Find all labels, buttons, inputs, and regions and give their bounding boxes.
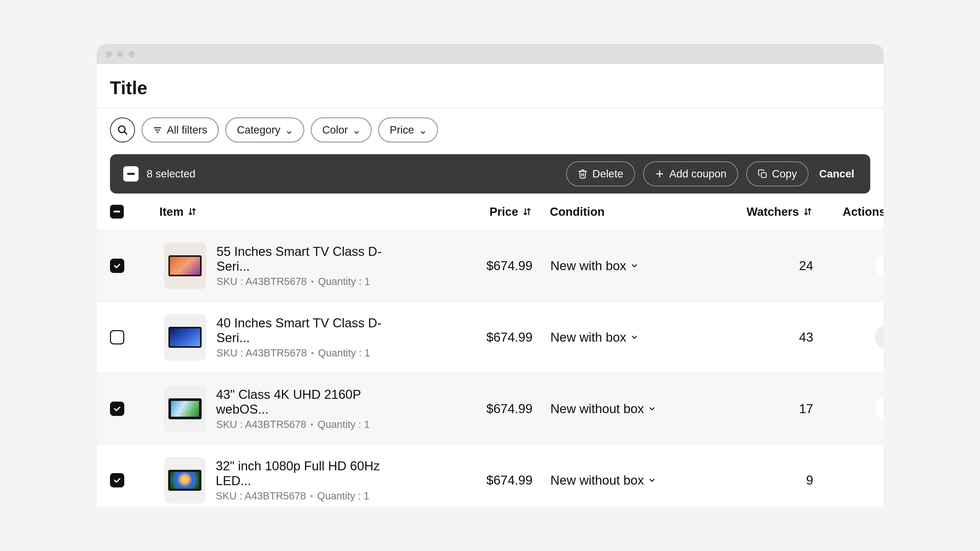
- column-actions[interactable]: Actions: [843, 205, 883, 218]
- bulk-select-indeterminate[interactable]: [123, 166, 138, 182]
- chevron-down-icon: [648, 405, 656, 413]
- item-name: 43" Class 4K UHD 2160P webOS...: [216, 387, 397, 417]
- item-thumbnail: [164, 242, 207, 289]
- copy-icon: [758, 169, 767, 179]
- color-filter[interactable]: Color: [311, 118, 372, 142]
- chevron-down-icon: [630, 333, 638, 341]
- category-filter-label: Category: [237, 124, 280, 136]
- column-watchers[interactable]: Watchers: [746, 205, 813, 218]
- column-condition: Condition: [550, 205, 605, 218]
- condition-select[interactable]: New with box: [550, 258, 638, 273]
- chevron-down-icon: [286, 126, 293, 134]
- window-titlebar: [97, 44, 883, 64]
- trash-icon: [578, 169, 588, 179]
- item-price: $674.99: [487, 401, 533, 416]
- svg-line-1: [124, 132, 127, 134]
- item-meta: SKU : A43BTR5678 Quantity : 1: [216, 276, 397, 287]
- sort-icon: [803, 207, 813, 217]
- bulk-action-bar: 8 selected Delete Add coupon Copy Cancel: [110, 154, 870, 194]
- items-table: Item Price Condition Watchers Actions 55…: [97, 194, 883, 507]
- filter-icon: [153, 126, 162, 134]
- plus-icon: [655, 169, 665, 179]
- filter-bar: All filters Category Color Price: [97, 108, 883, 152]
- delete-label: Delete: [592, 168, 623, 180]
- page-title: Title: [97, 77, 883, 108]
- search-button[interactable]: [110, 118, 135, 142]
- select-all-checkbox[interactable]: [110, 205, 124, 218]
- condition-select[interactable]: New without box: [550, 401, 656, 416]
- category-filter[interactable]: Category: [225, 118, 304, 142]
- column-price[interactable]: Price: [490, 205, 532, 218]
- all-filters-label: All filters: [167, 124, 207, 136]
- search-icon: [117, 124, 128, 135]
- color-filter-label: Color: [322, 124, 348, 136]
- page-content: Title All filters Category Color Price: [97, 64, 883, 507]
- selection-count: 8 selected: [147, 168, 196, 180]
- price-filter-label: Price: [390, 124, 414, 136]
- item-thumbnail: [164, 314, 207, 360]
- item-price: $674.99: [487, 259, 533, 273]
- item-thumbnail: [164, 457, 206, 503]
- sort-icon: [187, 207, 197, 217]
- price-filter[interactable]: Price: [378, 118, 438, 142]
- window-control-minimize[interactable]: [117, 51, 123, 57]
- svg-rect-7: [761, 173, 766, 177]
- row-checkbox[interactable]: [110, 473, 124, 487]
- sort-icon: [522, 207, 532, 217]
- item-meta: SKU : A43BTR5678 Quantity : 1: [216, 490, 397, 502]
- row-checkbox[interactable]: [110, 259, 124, 273]
- chevron-down-icon: [648, 476, 656, 484]
- row-actions-menu[interactable]: [875, 468, 883, 493]
- item-meta: SKU : A43BTR5678 Quantity : 1: [216, 347, 397, 359]
- table-row[interactable]: 32" inch 1080p Full HD 60Hz LED... SKU :…: [97, 445, 883, 507]
- watchers-count: 17: [799, 401, 813, 416]
- add-coupon-label: Add coupon: [670, 168, 727, 180]
- table-row[interactable]: 55 Inches Smart TV Class D-Seri... SKU :…: [97, 230, 883, 302]
- watchers-count: 9: [806, 473, 813, 487]
- watchers-count: 24: [799, 259, 813, 273]
- window-control-close[interactable]: [106, 51, 112, 57]
- item-name: 55 Inches Smart TV Class D-Seri...: [216, 244, 397, 274]
- cancel-button[interactable]: Cancel: [817, 168, 857, 180]
- condition-select[interactable]: New with box: [550, 330, 638, 345]
- chevron-down-icon: [353, 126, 360, 134]
- row-actions-menu[interactable]: [875, 253, 883, 278]
- condition-select[interactable]: New without box: [550, 473, 656, 488]
- window-control-zoom[interactable]: [128, 51, 135, 57]
- column-item[interactable]: Item: [159, 205, 197, 218]
- item-thumbnail: [164, 385, 206, 432]
- copy-button[interactable]: Copy: [746, 161, 808, 186]
- item-meta: SKU : A43BTR5678 Quantity : 1: [216, 419, 397, 430]
- add-coupon-button[interactable]: Add coupon: [643, 161, 738, 186]
- row-checkbox[interactable]: [110, 330, 124, 344]
- table-header: Item Price Condition Watchers Actions: [97, 194, 883, 230]
- table-row[interactable]: 43" Class 4K UHD 2160P webOS... SKU : A4…: [97, 373, 883, 445]
- row-actions-menu[interactable]: [875, 396, 883, 421]
- item-price: $674.99: [487, 473, 533, 487]
- watchers-count: 43: [799, 330, 813, 344]
- item-name: 32" inch 1080p Full HD 60Hz LED...: [216, 459, 397, 488]
- table-row[interactable]: 40 Inches Smart TV Class D-Seri... SKU :…: [97, 302, 883, 373]
- item-name: 40 Inches Smart TV Class D-Seri...: [216, 315, 397, 345]
- row-actions-menu[interactable]: [875, 325, 883, 350]
- item-price: $674.99: [487, 330, 533, 344]
- delete-button[interactable]: Delete: [566, 161, 635, 186]
- copy-label: Copy: [772, 168, 797, 180]
- all-filters-button[interactable]: All filters: [142, 118, 219, 142]
- chevron-down-icon: [419, 126, 426, 134]
- chevron-down-icon: [630, 262, 638, 270]
- row-checkbox[interactable]: [110, 401, 124, 416]
- app-window: Title All filters Category Color Price: [97, 44, 883, 507]
